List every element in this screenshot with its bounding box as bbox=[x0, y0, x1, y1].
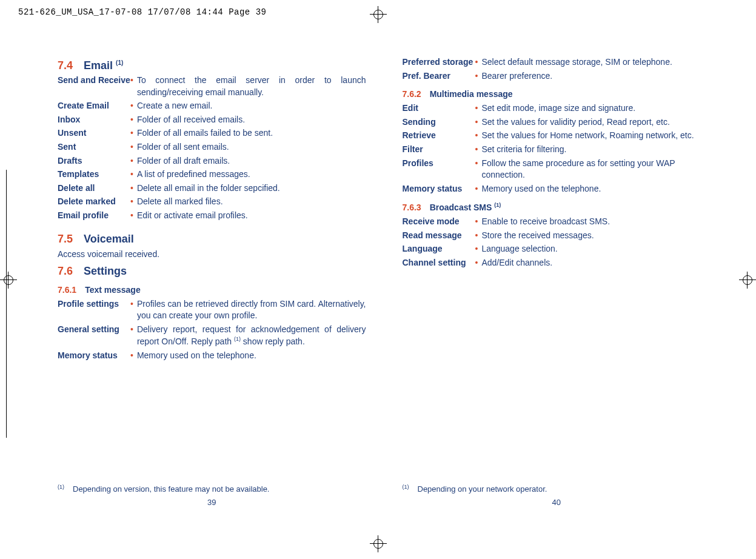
definition-row: Send and Receive•To connect the email se… bbox=[58, 75, 366, 98]
definition-row: Filter•Set criteria for filtering. bbox=[403, 144, 711, 156]
definition-row: Language•Language selection. bbox=[403, 243, 711, 255]
term: Profile settings bbox=[58, 298, 130, 310]
description: Delete all marked files. bbox=[137, 196, 366, 208]
definition-row: Receive mode•Enable to receive broadcast… bbox=[403, 216, 711, 228]
description: Folder of all emails failed to be sent. bbox=[137, 127, 366, 139]
description: Language selection. bbox=[481, 243, 711, 255]
bullet-icon: • bbox=[130, 324, 133, 336]
footnote-sup: (1) bbox=[403, 484, 409, 490]
definition-row: Email profile•Edit or activate email pro… bbox=[58, 210, 366, 222]
bullet-icon: • bbox=[130, 196, 133, 208]
bullet-icon: • bbox=[475, 230, 478, 242]
footnote-text: Depending on version, this feature may n… bbox=[73, 484, 269, 494]
print-header: 521-626_UM_USA_17-07-08 17/07/08 14:44 P… bbox=[18, 7, 738, 17]
term: Templates bbox=[58, 169, 130, 181]
term: Sending bbox=[403, 116, 475, 129]
description: Bearer preference. bbox=[481, 70, 711, 82]
bullet-icon: • bbox=[130, 182, 133, 195]
description: Set criteria for filtering. bbox=[481, 144, 711, 156]
bullet-icon: • bbox=[130, 141, 133, 153]
page: 521-626_UM_USA_17-07-08 17/07/08 14:44 P… bbox=[0, 0, 756, 559]
page-number-right: 40 bbox=[403, 498, 711, 507]
definition-row: Memory status•Memory used on the telepho… bbox=[58, 350, 366, 362]
term: Unsent bbox=[58, 127, 130, 139]
section-7-6-3: 7.6.3Broadcast SMS (1) bbox=[403, 202, 711, 212]
section-7-6-1: 7.6.1Text message bbox=[58, 285, 366, 295]
description: Follow the same procedure as for setting… bbox=[481, 158, 711, 181]
term: Edit bbox=[403, 102, 475, 115]
footnote-right: (1)Depending on your network operator. bbox=[403, 484, 547, 494]
definition-row: Memory status•Memory used on the telepho… bbox=[403, 183, 711, 195]
definition-row: Inbox•Folder of all received emails. bbox=[58, 114, 366, 126]
subsection-number: 7.6.2 bbox=[403, 89, 421, 99]
term: Memory status bbox=[403, 183, 475, 195]
section-number: 7.6 bbox=[58, 265, 73, 277]
bullet-icon: • bbox=[475, 243, 478, 255]
bullet-icon: • bbox=[130, 100, 133, 112]
term: General setting bbox=[58, 324, 130, 336]
term: Channel setting bbox=[403, 257, 475, 269]
term: Sent bbox=[58, 141, 130, 153]
description: Store the received messages. bbox=[481, 230, 711, 242]
bullet-icon: • bbox=[475, 158, 478, 170]
bullet-icon: • bbox=[130, 298, 133, 310]
registration-mark-left bbox=[0, 272, 17, 289]
page-number-left: 39 bbox=[58, 498, 366, 507]
subsection-title: Text message bbox=[85, 285, 141, 295]
right-column: Preferred storage•Select default message… bbox=[403, 55, 711, 510]
definition-row: Drafts•Folder of all draft emails. bbox=[58, 155, 366, 167]
description: Memory used on the telephone. bbox=[481, 183, 711, 195]
description: Create a new email. bbox=[137, 100, 366, 112]
term: Inbox bbox=[58, 114, 130, 126]
bullet-icon: • bbox=[475, 144, 478, 156]
section-title: Settings bbox=[84, 265, 127, 277]
term: Language bbox=[403, 243, 475, 255]
term: Receive mode bbox=[403, 216, 475, 228]
bullet-icon: • bbox=[475, 130, 478, 142]
term: Preferred storage bbox=[403, 56, 475, 69]
term: Pref. Bearer bbox=[403, 70, 475, 82]
term: Read message bbox=[403, 230, 475, 242]
description: Memory used on the telephone. bbox=[137, 350, 366, 362]
description: Folder of all sent emails. bbox=[137, 141, 366, 153]
subsection-number: 7.6.3 bbox=[403, 203, 421, 212]
term: Retrieve bbox=[403, 130, 475, 142]
section-7-6-2: 7.6.2Multimedia message bbox=[403, 89, 711, 99]
definition-row: Profiles•Follow the same procedure as fo… bbox=[403, 158, 711, 181]
section-7-5: 7.5Voicemail bbox=[58, 233, 366, 246]
section-7-5-body: Access voicemail received. bbox=[58, 249, 366, 259]
definition-row: Pref. Bearer•Bearer preference. bbox=[403, 70, 711, 82]
definition-row: General setting•Delivery report, request… bbox=[58, 324, 366, 348]
bullet-icon: • bbox=[475, 183, 478, 195]
term: Drafts bbox=[58, 155, 130, 167]
subsection-title: Multimedia message bbox=[430, 89, 513, 99]
bullet-icon: • bbox=[130, 114, 133, 126]
description: Delete all email in the folder sepcified… bbox=[137, 182, 366, 195]
bullet-icon: • bbox=[475, 70, 478, 82]
definition-row: Channel setting•Add/Edit channels. bbox=[403, 257, 711, 269]
section-number: 7.4 bbox=[58, 59, 73, 72]
definition-row: Sending•Set the values for validity peri… bbox=[403, 116, 711, 129]
subsection-sup: (1) bbox=[494, 202, 501, 208]
description: Enable to receive broadcast SMS. bbox=[481, 216, 711, 228]
description: Add/Edit channels. bbox=[481, 257, 711, 269]
term: Delete marked bbox=[58, 196, 130, 208]
description: Set the values for validity period, Read… bbox=[481, 116, 711, 129]
definition-row: Delete marked•Delete all marked files. bbox=[58, 196, 366, 208]
description: Delivery report, request for acknowledge… bbox=[137, 324, 366, 348]
footnote-sup: (1) bbox=[58, 484, 64, 490]
description: Set the values for Home network, Roaming… bbox=[481, 130, 711, 142]
bullet-icon: • bbox=[475, 102, 478, 115]
registration-mark-right bbox=[739, 272, 756, 289]
section-sup: (1) bbox=[116, 59, 123, 66]
section-title: Email bbox=[84, 59, 113, 72]
definition-row: Create Email•Create a new email. bbox=[58, 100, 366, 112]
term: Memory status bbox=[58, 350, 130, 362]
term: Delete all bbox=[58, 182, 130, 195]
bullet-icon: • bbox=[130, 75, 133, 87]
term: Email profile bbox=[58, 210, 130, 222]
bullet-icon: • bbox=[475, 257, 478, 269]
term: Profiles bbox=[403, 158, 475, 170]
left-column: 7.4Email (1) Send and Receive•To connect… bbox=[58, 55, 366, 510]
description: Folder of all received emails. bbox=[137, 114, 366, 126]
